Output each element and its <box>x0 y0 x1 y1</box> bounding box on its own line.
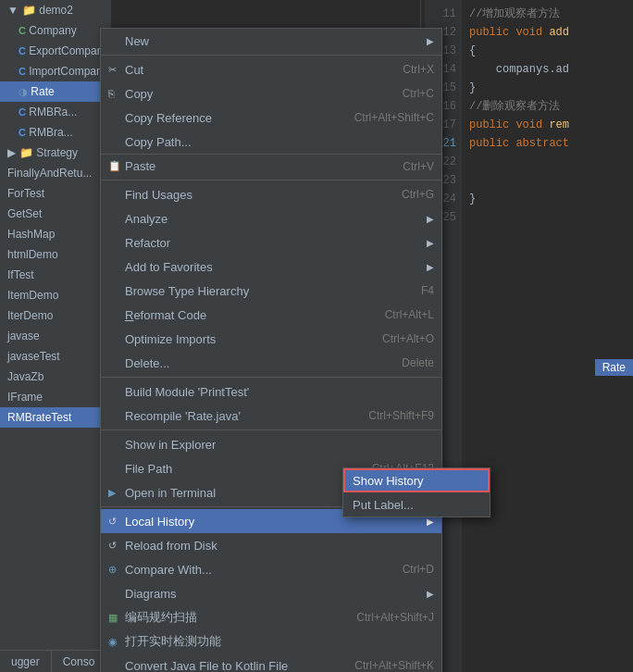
menu-item-compare-with[interactable]: ⊕ Compare With... Ctrl+D <box>101 557 441 581</box>
menu-item-browse-hierarchy[interactable]: Browse Type Hierarchy F4 <box>101 279 441 303</box>
tree-item-javase[interactable]: javase <box>0 326 111 346</box>
menu-item-paste[interactable]: 📋 Paste Ctrl+V <box>101 154 441 178</box>
tree-item-importcompany[interactable]: C ImportCompany <box>0 61 111 81</box>
copy-icon: ⎘ <box>108 88 125 99</box>
menu-item-reload-disk[interactable]: ↺ Reload from Disk <box>101 533 441 557</box>
rate-tooltip: Rate <box>595 359 633 376</box>
tree-item-demo2[interactable]: ▼📁 demo2 <box>0 0 111 20</box>
terminal-icon: ▶ <box>108 487 125 499</box>
menu-item-analyze[interactable]: Analyze ▶ <box>101 206 441 230</box>
tab-console[interactable]: Conso <box>52 650 107 672</box>
reload-icon: ↺ <box>108 540 125 552</box>
encode-icon: ▦ <box>108 612 125 624</box>
tree-item-iftest[interactable]: IfTest <box>0 265 111 285</box>
menu-item-build-module[interactable]: Build Module 'PrintTest' <box>101 380 441 404</box>
tree-item-getset[interactable]: GetSet <box>0 204 111 224</box>
local-history-submenu: Show History Put Label... <box>342 467 490 517</box>
menu-item-find-usages[interactable]: Find Usages Ctrl+G <box>101 182 441 206</box>
menu-item-recompile[interactable]: Recompile 'Rate.java' Ctrl+Shift+F9 <box>101 404 441 428</box>
tree-item-iframe[interactable]: IFrame <box>0 387 111 407</box>
favorites-arrow: ▶ <box>427 262 434 272</box>
menu-item-realtime-detect[interactable]: ◉ 打开实时检测功能 <box>101 629 441 653</box>
tree-item-finallyandreturn[interactable]: FinallyAndRetu... <box>0 163 111 183</box>
menu-item-reformat[interactable]: Reformat Code Ctrl+Alt+L <box>101 303 441 327</box>
menu-item-optimize-imports[interactable]: Optimize Imports Ctrl+Alt+O <box>101 327 441 351</box>
tree-item-exportcompany[interactable]: C ExportCompany <box>0 41 111 61</box>
tree-item-company[interactable]: C Company <box>0 20 111 41</box>
paste-icon: 📋 <box>108 160 125 172</box>
menu-item-diagrams[interactable]: Diagrams ▶ <box>101 581 441 605</box>
tree-item-iterdemo[interactable]: IterDemo <box>0 305 111 326</box>
realtime-icon: ◉ <box>108 636 125 648</box>
refactor-arrow: ▶ <box>427 238 434 248</box>
analyze-arrow: ▶ <box>427 214 434 224</box>
code-content: //增加观察者方法 public void add { companys.ad … <box>462 0 633 672</box>
menu-item-cut[interactable]: ✂ Cut Ctrl+X <box>101 57 441 81</box>
separator-3 <box>101 377 441 378</box>
tree-item-fortest[interactable]: ForTest <box>0 183 111 204</box>
menu-item-refactor[interactable]: Refactor ▶ <box>101 230 441 255</box>
tree-item-rate[interactable]: ◑ Rate <box>0 81 111 102</box>
tree-item-rmbra2[interactable]: C RMBra... <box>0 122 111 143</box>
tree-item-itemdemo[interactable]: ItemDemo <box>0 285 111 305</box>
file-tree: ▼📁 demo2 C Company C ExportCompany C Imp… <box>0 0 111 672</box>
menu-item-delete[interactable]: Delete... Delete <box>101 351 441 375</box>
cut-icon: ✂ <box>108 64 125 76</box>
compare-icon: ⊕ <box>108 564 125 576</box>
separator-4 <box>101 429 441 430</box>
new-arrow: ▶ <box>427 36 434 46</box>
history-icon: ↺ <box>108 516 125 528</box>
tab-debugger[interactable]: ugger <box>0 650 52 672</box>
menu-item-show-explorer[interactable]: Show in Explorer <box>101 432 441 456</box>
menu-item-copy[interactable]: ⎘ Copy Ctrl+C <box>101 81 441 106</box>
context-menu: New ▶ ✂ Cut Ctrl+X ⎘ Copy Ctrl+C Copy Re… <box>100 28 442 672</box>
tree-item-javazb[interactable]: JavaZb <box>0 367 111 387</box>
tree-item-rmbratetest[interactable]: RMBrateTest <box>0 407 111 428</box>
separator-1 <box>101 55 441 56</box>
local-history-arrow: ▶ <box>427 516 434 527</box>
menu-item-add-favorites[interactable]: Add to Favorites ▶ <box>101 255 441 279</box>
menu-item-encode-scan[interactable]: ▦ 编码规约扫描 Ctrl+Alt+Shift+J <box>101 605 441 629</box>
menu-item-new[interactable]: New ▶ <box>101 29 441 53</box>
tree-item-strategy[interactable]: ▶📁 Strategy <box>0 143 111 163</box>
tree-item-javasetest[interactable]: javaseTest <box>0 346 111 367</box>
tree-item-rmbra1[interactable]: C RMBRa... <box>0 102 111 122</box>
menu-item-copy-reference[interactable]: Copy Reference Ctrl+Alt+Shift+C <box>101 106 441 130</box>
separator-2 <box>101 180 441 180</box>
tree-item-hashmap[interactable]: HashMap <box>0 224 111 244</box>
editor-area: 11 12 13 14 15 16 17 21 22 23 24 25 //增加… <box>420 0 633 672</box>
diagrams-arrow: ▶ <box>427 589 434 599</box>
menu-item-copy-path[interactable]: Copy Path... <box>101 130 441 154</box>
tree-item-htmldemo[interactable]: htmlDemo <box>0 244 111 265</box>
menu-item-convert-kotlin[interactable]: Convert Java File to Kotlin File Ctrl+Al… <box>101 653 441 672</box>
submenu-item-show-history[interactable]: Show History <box>343 468 490 492</box>
submenu-item-put-label[interactable]: Put Label... <box>343 492 490 516</box>
